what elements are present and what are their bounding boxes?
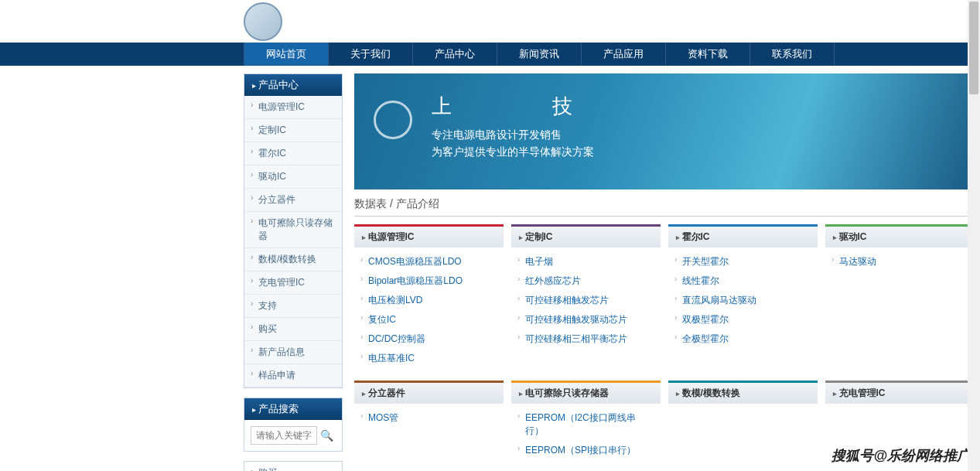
- sidebar-item[interactable]: 支持: [244, 295, 342, 318]
- banner-subtitle: 专注电源电路设计开发销售: [432, 126, 975, 143]
- sidebar-item[interactable]: 电源管理IC: [244, 96, 342, 119]
- sidebar-header: 产品中心: [244, 74, 342, 96]
- category-link[interactable]: 可控硅移相三相平衡芯片: [511, 329, 661, 349]
- scrollbar-thumb[interactable]: [969, 2, 978, 94]
- nav-about[interactable]: 关于我们: [329, 43, 413, 66]
- sidebar-search: 产品搜索 🔍: [244, 398, 343, 452]
- watermark-credit: 搜狐号@乐纷网络推广: [831, 446, 971, 465]
- nav-downloads[interactable]: 资料下载: [666, 43, 750, 66]
- sidebar-item[interactable]: 样品申请: [244, 364, 342, 387]
- sidebar-item[interactable]: 电可擦除只读存储器: [244, 212, 342, 248]
- category-box: 数模/模数转换: [668, 381, 818, 465]
- category-link[interactable]: 双极型霍尔: [668, 310, 818, 329]
- nav-products[interactable]: 产品中心: [413, 43, 497, 66]
- sidebar-item[interactable]: 购买: [244, 318, 342, 341]
- banner-subtitle: 为客户提供专业的半导体解决方案: [432, 143, 975, 160]
- quick-link[interactable]: 购买: [244, 462, 342, 471]
- category-header[interactable]: 定制IC: [511, 224, 661, 247]
- category-link[interactable]: EEPROM（I2C接口两线串行）: [511, 408, 661, 441]
- sidebar-item[interactable]: 充电管理IC: [244, 271, 342, 295]
- category-link[interactable]: 线性霍尔: [668, 271, 818, 291]
- category-box: 电源管理ICCMOS电源稳压器LDOBipolar电源稳压器LDO电压检测LVD…: [354, 224, 504, 373]
- category-link[interactable]: 可控硅移相触发驱动芯片: [511, 310, 661, 329]
- category-link[interactable]: MOS管: [354, 408, 504, 428]
- company-logo: [244, 2, 282, 41]
- hero-banner: 上 技 专注电源电路设计开发销售 为客户提供专业的半导体解决方案: [354, 73, 975, 189]
- section-title-datasheets: 数据表 / 产品介绍: [354, 189, 975, 217]
- category-link[interactable]: 电压基准IC: [354, 349, 504, 368]
- sidebar-item[interactable]: 新产品信息: [244, 341, 342, 364]
- sidebar-item[interactable]: 驱动IC: [244, 166, 342, 189]
- category-header[interactable]: 驱动IC: [825, 224, 975, 247]
- search-header: 产品搜索: [244, 398, 342, 420]
- banner-title: 上 技: [432, 93, 975, 120]
- category-box: 定制IC电子烟红外感应芯片可控硅移相触发芯片可控硅移相触发驱动芯片可控硅移相三相…: [511, 224, 661, 373]
- search-icon: 🔍: [320, 429, 333, 442]
- category-link[interactable]: 开关型霍尔: [668, 252, 818, 271]
- category-link[interactable]: DC/DC控制器: [354, 329, 504, 349]
- category-box: 电可擦除只读存储器EEPROM（I2C接口两线串行）EEPROM（SPI接口串行…: [511, 381, 661, 465]
- category-link[interactable]: 复位IC: [354, 310, 504, 329]
- nav-apps[interactable]: 产品应用: [582, 43, 666, 66]
- category-header[interactable]: 分立器件: [354, 381, 504, 404]
- sidebar-item[interactable]: 定制IC: [244, 119, 342, 142]
- sidebar-quick-links: 购买 销售办事处 联系我们: [244, 461, 343, 471]
- nav-contact[interactable]: 联系我们: [750, 43, 835, 66]
- category-box: 霍尔IC开关型霍尔线性霍尔直流风扇马达驱动双极型霍尔全极型霍尔: [668, 224, 818, 373]
- category-header[interactable]: 电可擦除只读存储器: [511, 381, 661, 404]
- nav-news[interactable]: 新闻资讯: [497, 43, 582, 66]
- search-button[interactable]: 🔍: [317, 426, 336, 445]
- category-header[interactable]: 数模/模数转换: [668, 381, 818, 404]
- sidebar-item[interactable]: 分立器件: [244, 189, 342, 212]
- category-link[interactable]: 红外感应芯片: [511, 271, 661, 291]
- search-input[interactable]: [251, 426, 317, 445]
- category-link[interactable]: 直流风扇马达驱动: [668, 291, 818, 310]
- category-header[interactable]: 电源管理IC: [354, 224, 504, 247]
- sidebar-product-center: 产品中心 电源管理IC 定制IC 霍尔IC 驱动IC 分立器件 电可擦除只读存储…: [244, 73, 343, 388]
- category-link[interactable]: Bipolar电源稳压器LDO: [354, 271, 504, 291]
- sidebar-item[interactable]: 霍尔IC: [244, 142, 342, 166]
- category-box: 驱动IC马达驱动: [825, 224, 975, 373]
- sidebar-item[interactable]: 数模/模数转换: [244, 248, 342, 271]
- category-header[interactable]: 霍尔IC: [668, 224, 818, 247]
- category-link[interactable]: 电压检测LVD: [354, 291, 504, 310]
- category-box: 分立器件MOS管: [354, 381, 504, 465]
- banner-logo-icon: [374, 101, 412, 139]
- category-link[interactable]: 马达驱动: [825, 252, 975, 271]
- category-link[interactable]: CMOS电源稳压器LDO: [354, 252, 504, 271]
- category-link[interactable]: 电子烟: [511, 252, 661, 271]
- scrollbar[interactable]: [968, 0, 980, 471]
- category-link[interactable]: EEPROM（SPI接口串行）: [511, 441, 661, 460]
- category-header[interactable]: 充电管理IC: [825, 381, 975, 404]
- category-link[interactable]: 全极型霍尔: [668, 329, 818, 349]
- nav-home[interactable]: 网站首页: [244, 43, 329, 66]
- category-link[interactable]: 可控硅移相触发芯片: [511, 291, 661, 310]
- main-nav: 网站首页 关于我们 产品中心 新闻资讯 产品应用 资料下载 联系我们: [0, 43, 980, 66]
